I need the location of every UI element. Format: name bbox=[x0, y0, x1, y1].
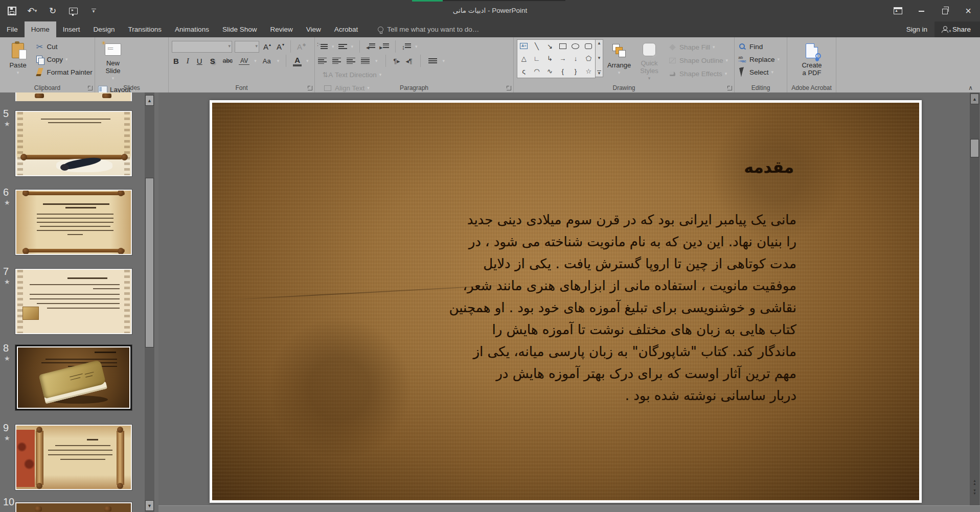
paragraph-dialog-launcher[interactable] bbox=[507, 86, 511, 90]
ltr-direction-icon[interactable]: ¶▸ bbox=[394, 57, 400, 65]
gallery-more-icon[interactable]: ▼ bbox=[597, 71, 601, 76]
horizontal-scrollbar[interactable] bbox=[158, 505, 980, 512]
gallery-up-icon[interactable]: ▲ bbox=[597, 41, 601, 45]
select-button[interactable]: Select▾ bbox=[738, 67, 780, 77]
thumbnail-slide-9[interactable] bbox=[15, 425, 132, 490]
drawing-dialog-launcher[interactable] bbox=[727, 86, 732, 90]
tab-review[interactable]: Review bbox=[263, 21, 299, 37]
close-button[interactable]: × bbox=[956, 0, 980, 21]
columns-dropdown-icon[interactable]: ▾ bbox=[443, 58, 445, 63]
align-right-icon[interactable] bbox=[347, 56, 355, 65]
bullets-dropdown-icon[interactable]: ▾ bbox=[332, 44, 334, 49]
rectangle-shape-icon[interactable] bbox=[559, 43, 566, 49]
sign-in-link[interactable]: Sign in bbox=[899, 21, 935, 37]
shape-gallery[interactable]: A≡ ╲ ↘ △ ∟ ↳ → ↓ ⬠ ς ◠ ∿ { } bbox=[517, 39, 596, 78]
shrink-font-button[interactable]: A▾ bbox=[275, 42, 286, 51]
tab-transitions[interactable]: Transitions bbox=[122, 21, 169, 37]
thumbnail-slide-8[interactable] bbox=[15, 345, 132, 410]
tab-acrobat[interactable]: Acrobat bbox=[328, 21, 365, 37]
slide-body-text[interactable]: مانی یک پیامبر ایرانی بود که در قرن سوم … bbox=[449, 209, 796, 407]
shape-outline-button[interactable]: Shape Outline▾ bbox=[668, 55, 728, 65]
right-arrow-shape-icon[interactable]: → bbox=[559, 55, 566, 62]
increase-indent-icon[interactable]: ▸ bbox=[379, 42, 389, 51]
align-left-icon[interactable] bbox=[318, 56, 327, 65]
main-scroll-up-button[interactable]: ▲ bbox=[970, 94, 979, 104]
select-dropdown-icon[interactable]: ▾ bbox=[771, 69, 774, 75]
copy-dropdown-icon[interactable]: ▾ bbox=[65, 57, 68, 62]
justify-dropdown-icon[interactable]: ▾ bbox=[375, 58, 378, 63]
arrow-shape-icon[interactable]: ↘ bbox=[547, 43, 553, 50]
tab-animations[interactable]: Animations bbox=[168, 21, 216, 37]
tab-design[interactable]: Design bbox=[87, 21, 122, 37]
thumbnail-slide-6[interactable] bbox=[15, 190, 132, 255]
align-center-icon[interactable] bbox=[332, 56, 341, 65]
thumbnail-scroll-up-button[interactable]: ▲ bbox=[145, 95, 154, 106]
strikethrough-button[interactable]: abc bbox=[221, 57, 234, 64]
right-brace-shape-icon[interactable]: } bbox=[575, 68, 577, 75]
font-color-button[interactable]: A bbox=[293, 56, 302, 66]
bullets-icon[interactable] bbox=[318, 43, 328, 50]
minimize-button[interactable] bbox=[909, 0, 933, 21]
new-slide-button[interactable]: New Slide ▾ bbox=[98, 39, 128, 82]
bold-button[interactable]: B bbox=[172, 57, 180, 65]
oval-shape-icon[interactable] bbox=[572, 43, 579, 49]
thumbnail-slide4-partial[interactable] bbox=[15, 92, 132, 101]
share-button[interactable]: +Share bbox=[935, 21, 980, 37]
create-pdf-button[interactable]: Create a PDF bbox=[790, 39, 833, 82]
thumbnail-slide-7[interactable] bbox=[15, 269, 132, 334]
clipboard-dialog-launcher[interactable] bbox=[88, 86, 93, 90]
change-case-button[interactable]: Aa bbox=[261, 57, 272, 65]
elbow-connector-icon[interactable]: ∟ bbox=[534, 55, 540, 62]
arc-shape-icon[interactable]: ◠ bbox=[534, 68, 539, 75]
clear-formatting-button[interactable]: A◆ bbox=[295, 42, 307, 51]
paste-button[interactable]: Paste ▾ bbox=[3, 39, 33, 82]
paste-dropdown-icon[interactable]: ▾ bbox=[17, 69, 19, 77]
cut-button[interactable]: ✂Cut bbox=[35, 41, 92, 52]
rtl-direction-icon[interactable]: ◂¶ bbox=[406, 57, 413, 65]
tab-view[interactable]: View bbox=[300, 21, 328, 37]
font-size-combo[interactable]: ▾ bbox=[235, 41, 259, 53]
shape-effects-button[interactable]: Shape Effects▾ bbox=[668, 68, 728, 79]
font-color-dropdown-icon[interactable]: ▾ bbox=[306, 58, 309, 63]
font-dialog-launcher[interactable] bbox=[308, 86, 312, 90]
line-shape-icon[interactable]: ╲ bbox=[535, 43, 539, 50]
arrange-button[interactable]: Arrange ▾ bbox=[603, 39, 635, 82]
down-arrow-shape-icon[interactable]: ↓ bbox=[574, 55, 578, 62]
italic-button[interactable]: I bbox=[185, 57, 191, 65]
text-direction-button[interactable]: ⇅AText Direction▾ bbox=[323, 69, 401, 80]
font-name-dropdown-icon[interactable]: ▾ bbox=[228, 43, 231, 49]
columns-icon[interactable] bbox=[428, 57, 437, 64]
restore-button[interactable] bbox=[933, 0, 956, 21]
arrange-dropdown-icon[interactable]: ▾ bbox=[618, 69, 621, 77]
new-slide-dropdown-icon[interactable]: ▾ bbox=[112, 75, 115, 82]
text-box-shape-icon[interactable]: A≡ bbox=[520, 43, 528, 49]
thumbnail-slide-10-partial[interactable] bbox=[15, 502, 132, 512]
format-painter-button[interactable]: Format Painter bbox=[35, 67, 92, 77]
justify-icon[interactable] bbox=[361, 56, 370, 65]
ribbon-display-options-button[interactable] bbox=[886, 0, 909, 21]
line-spacing-dropdown-icon[interactable]: ▾ bbox=[415, 44, 418, 49]
character-spacing-button[interactable]: AV bbox=[239, 57, 249, 65]
tab-file[interactable]: File bbox=[0, 21, 25, 37]
copy-button[interactable]: Copy▾ bbox=[35, 54, 92, 64]
gallery-down-icon[interactable]: ▼ bbox=[597, 56, 601, 60]
left-brace-shape-icon[interactable]: { bbox=[561, 68, 563, 75]
replace-dropdown-icon[interactable]: ▾ bbox=[778, 57, 780, 62]
previous-slide-button[interactable]: ▲▲ bbox=[971, 479, 978, 486]
slide-editing-area[interactable]: مقدمه مانی یک پیامبر ایرانی بود که در قر… bbox=[158, 92, 980, 512]
numbering-icon[interactable] bbox=[338, 43, 347, 50]
slide-title[interactable]: مقدمه bbox=[744, 158, 794, 176]
thumbnail-slide-5[interactable] bbox=[15, 111, 132, 176]
tab-slide-show[interactable]: Slide Show bbox=[216, 21, 264, 37]
star-shape-icon[interactable]: ☆ bbox=[586, 68, 592, 75]
shape-gallery-scroll[interactable]: ▲ ▼ ▼ bbox=[596, 39, 603, 77]
triangle-shape-icon[interactable]: △ bbox=[521, 55, 527, 62]
spacing-dropdown-icon[interactable]: ▾ bbox=[254, 58, 257, 63]
main-scrollbar[interactable]: ▲ ▲▲ ▼▼ bbox=[970, 92, 979, 512]
freeform-shape-icon[interactable]: ⬠ bbox=[586, 55, 591, 62]
rounded-rectangle-shape-icon[interactable] bbox=[585, 43, 592, 49]
grow-font-button[interactable]: A▴ bbox=[262, 42, 272, 51]
thumbnail-scrollbar-thumb[interactable] bbox=[145, 178, 154, 347]
case-dropdown-icon[interactable]: ▾ bbox=[277, 58, 280, 63]
font-name-combo[interactable]: ▾ bbox=[172, 41, 232, 53]
